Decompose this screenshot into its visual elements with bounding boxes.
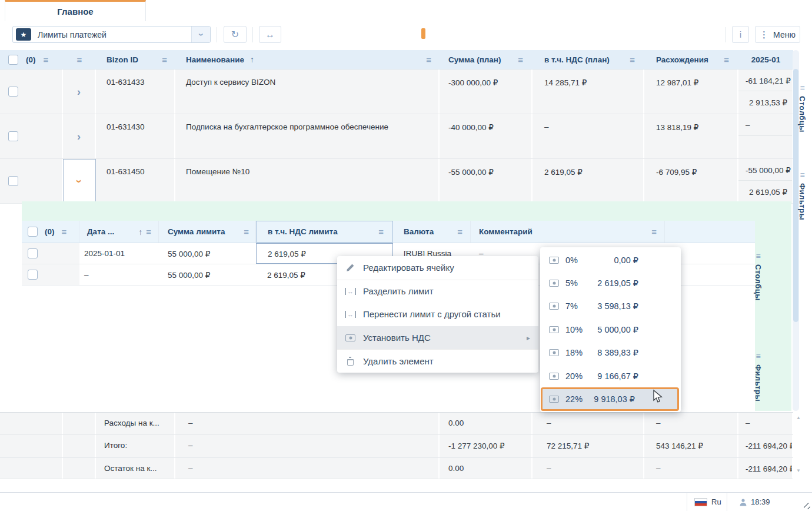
banknote-icon [345, 334, 355, 341]
cell-period-sum[interactable]: -55 000,00 ₽ [738, 159, 792, 181]
cell-limit-sum[interactable]: 55 000,00 ₽ [159, 243, 256, 264]
header-bizon-id[interactable]: Bizon ID ≡ [96, 50, 175, 69]
cell-vat-plan[interactable]: – [533, 114, 644, 158]
column-menu-icon[interactable]: ≡ [146, 227, 151, 236]
column-menu-icon[interactable]: ≡ [62, 227, 67, 236]
scroll-up-icon[interactable]: ▲ [796, 415, 801, 420]
detail-columns-panel-tab[interactable]: ≡ Столбцы [754, 252, 763, 301]
status-bar: Ru 18:39 [0, 492, 812, 511]
view-selector[interactable]: ★ Лимиты платежей › [12, 26, 211, 43]
cell-period-sum[interactable]: -61 184,21 ₽ [738, 69, 792, 91]
cell-vat-plan[interactable]: 2 619,05 ₽ [533, 159, 644, 203]
menu-item-split-limit[interactable]: ↔ Разделить лимит [337, 280, 538, 303]
column-menu-icon[interactable]: ≡ [77, 55, 82, 64]
cell-period-sum[interactable]: – [738, 114, 792, 136]
select-all-checkbox[interactable] [28, 227, 38, 237]
cell-date[interactable]: 2025-01-01 [79, 243, 159, 264]
header-currency[interactable]: Валюта ≡ [393, 221, 471, 243]
vat-option-20[interactable]: 20% 9 166,67 ₽ [540, 364, 681, 387]
column-menu-icon[interactable]: ≡ [651, 227, 657, 236]
summary-rows: Расходы на к... – 0.00 – – – Итого: – -1… [0, 412, 793, 479]
header-selection[interactable]: (0) ≡ [22, 221, 79, 243]
refresh-button[interactable]: ↻ [224, 26, 247, 43]
header-comment[interactable]: Комментарий ≡ [471, 221, 665, 243]
row-checkbox[interactable] [28, 270, 38, 280]
resize-grip[interactable] [804, 503, 810, 509]
column-menu-icon[interactable]: ≡ [244, 227, 249, 236]
column-menu-icon[interactable]: ≡ [162, 55, 167, 64]
cell-bizon-id[interactable]: 01-631430 [96, 114, 175, 158]
select-all-checkbox[interactable] [8, 55, 18, 65]
menu-button[interactable]: ⋮ Меню [755, 26, 800, 43]
header-discrepancy[interactable]: Расхождения ≡ [644, 50, 738, 69]
cell-period-vat[interactable]: 2 913,53 ₽ [738, 91, 792, 113]
cell-sum-plan[interactable]: -40 000,00 ₽ [440, 114, 533, 158]
column-menu-icon[interactable]: ≡ [44, 55, 49, 64]
tab-glavnoe-label: Главное [57, 6, 93, 16]
cell-bizon-id[interactable]: 01-631450 [96, 159, 175, 203]
vat-option-7[interactable]: 7% 3 598,13 ₽ [540, 295, 681, 318]
row-expander-open[interactable]: › [63, 159, 96, 203]
filters-panel-tab[interactable]: ≡ Фильтры [798, 171, 807, 220]
language-switcher[interactable]: Ru [711, 497, 721, 506]
detail-filters-panel-tab[interactable]: ≡ Фильтры [754, 352, 763, 402]
scroll-down-icon[interactable]: ▼ [796, 468, 801, 473]
cell-vat-plan[interactable]: 14 285,71 ₽ [533, 69, 644, 114]
column-menu-icon[interactable]: ≡ [630, 55, 635, 64]
cell-name[interactable]: Подписка на бухгалтерское программное об… [175, 114, 440, 158]
header-expander[interactable]: ≡ [63, 50, 96, 69]
column-menu-icon[interactable]: ≡ [426, 55, 431, 64]
row-checkbox[interactable] [28, 248, 38, 258]
cell-period-vat[interactable] [738, 136, 792, 158]
chevron-down-icon: › [196, 33, 205, 36]
header-selection[interactable]: (0) ≡ [0, 50, 63, 69]
toolbar-divider [252, 27, 253, 42]
column-menu-icon[interactable]: ≡ [518, 55, 523, 64]
row-checkbox[interactable] [8, 131, 18, 141]
header-limit-sum[interactable]: Сумма лимита ≡ [159, 221, 256, 243]
row-checkbox[interactable] [8, 176, 18, 186]
column-menu-icon[interactable]: ≡ [457, 227, 462, 236]
cell-sum-plan[interactable]: -300 000,00 ₽ [440, 69, 533, 114]
info-button[interactable]: i [732, 26, 749, 43]
favorite-star-icon: ★ [16, 28, 31, 41]
header-date[interactable]: Дата ... ↑ ≡ [79, 221, 159, 243]
column-menu-icon[interactable]: ≡ [724, 55, 729, 64]
view-selector-dropdown[interactable]: › [191, 26, 210, 42]
trash-icon [347, 359, 354, 366]
row-expander[interactable]: › [63, 69, 96, 114]
vat-option-18[interactable]: 18% 8 389,83 ₽ [540, 341, 681, 364]
menu-item-transfer-limit[interactable]: ↔ Перенести лимит с другой статьи [337, 303, 538, 326]
header-limit-vat[interactable]: в т.ч. НДС лимита ≡ [256, 221, 393, 243]
menu-item-edit-cell[interactable]: Редактировать ячейку [337, 256, 538, 280]
cell-limit-sum[interactable]: 55 000,00 ₽ [159, 264, 256, 285]
header-name[interactable]: Наименование ↑ ≡ [175, 50, 440, 69]
columns-panel-tab[interactable]: ≡ Столбцы [798, 84, 807, 132]
header-period[interactable]: 2025-01 [738, 50, 793, 69]
cell-name[interactable]: Доступ к сервису BIZON [175, 69, 440, 114]
cell-discrepancy[interactable]: -6 709,95 ₽ [644, 159, 738, 203]
cell-discrepancy[interactable]: 13 818,19 ₽ [644, 114, 738, 158]
menu-item-set-vat[interactable]: Установить НДС ▸ [337, 326, 538, 350]
pencil-icon [345, 263, 356, 272]
user-icon [739, 498, 747, 509]
cell-sum-plan[interactable]: -55 000,00 ₽ [440, 159, 533, 203]
submenu-arrow-icon: ▸ [527, 334, 530, 342]
vat-option-10[interactable]: 10% 5 000,00 ₽ [540, 318, 681, 341]
vat-option-0[interactable]: 0% 0,00 ₽ [540, 248, 681, 271]
column-menu-icon[interactable]: ≡ [378, 227, 384, 236]
tab-glavnoe[interactable]: Главное [5, 0, 146, 21]
cell-bizon-id[interactable]: 01-631433 [96, 69, 175, 114]
cell-period-vat[interactable]: 2 619,05 ₽ [738, 181, 792, 203]
cell-name[interactable]: Помещение №10 [175, 159, 440, 203]
menu-item-delete[interactable]: Удалить элемент [337, 349, 538, 373]
fit-width-button[interactable]: ↔ [259, 26, 281, 43]
header-vat-plan[interactable]: в т.ч. НДС (план) ≡ [533, 50, 644, 69]
row-checkbox[interactable] [8, 87, 18, 97]
vat-option-5[interactable]: 5% 2 619,05 ₽ [540, 271, 681, 294]
row-expander[interactable]: › [63, 114, 96, 158]
cell-discrepancy[interactable]: 12 987,01 ₽ [644, 69, 738, 114]
cell-date[interactable]: – [79, 264, 159, 285]
header-sum-plan[interactable]: Сумма (план) ≡ [440, 50, 533, 69]
banknote-icon [549, 280, 559, 287]
